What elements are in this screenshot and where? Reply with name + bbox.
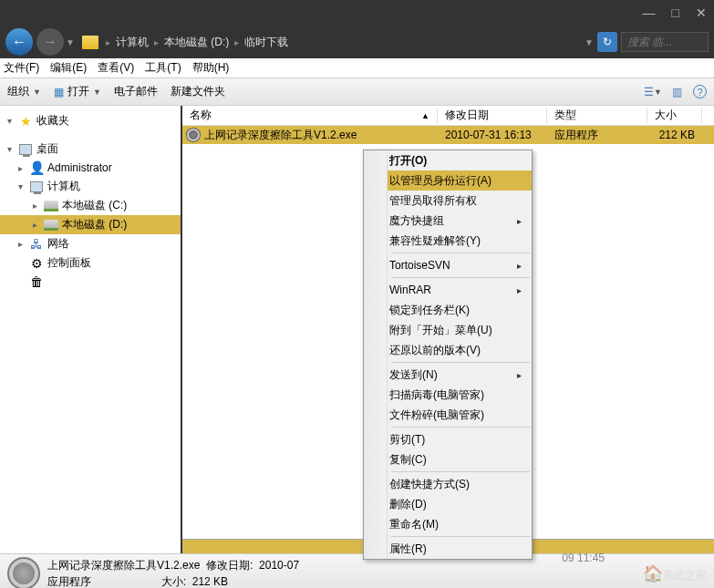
ctx-take-ownership[interactable]: 管理员取得所有权 (364, 191, 532, 211)
expand-icon[interactable]: ▸ (29, 201, 40, 211)
expand-icon[interactable]: ▸ (29, 220, 40, 230)
status-text: 上网记录深度擦除工具V1.2.exe 修改日期: 2010-07 应用程序 大小… (47, 557, 299, 589)
tree-label: 本地磁盘 (C:) (62, 198, 127, 213)
separator (391, 427, 530, 428)
ctx-tortoisesvn[interactable]: 🐢TortoiseSVN▸ (364, 255, 532, 275)
ctx-scan-virus[interactable]: ✓扫描病毒(电脑管家) (364, 385, 532, 405)
user-icon: 👤 (29, 160, 44, 175)
network-icon: 🖧 (29, 237, 44, 252)
sidebar-item-disk-c[interactable]: ▸ 本地磁盘 (C:) (0, 196, 181, 215)
context-menu: 打开(O) 🛡以管理员身份运行(A) 管理员取得所有权 ▦魔方快捷组▸ 兼容性疑… (363, 150, 533, 560)
collapse-icon[interactable]: ▾ (15, 181, 26, 191)
collapse-icon[interactable]: ▾ (4, 144, 15, 154)
history-dropdown-icon[interactable]: ▼ (66, 37, 75, 47)
menu-file[interactable]: 文件(F) (4, 60, 39, 76)
menu-view[interactable]: 查看(V) (98, 60, 134, 76)
status-bar: 上网记录深度擦除工具V1.2.exe 修改日期: 2010-07 应用程序 大小… (0, 553, 714, 588)
separator (391, 362, 530, 363)
column-header-date[interactable]: 修改日期 (438, 108, 547, 123)
disk-icon (44, 199, 58, 213)
chevron-right-icon: ▸ (154, 37, 159, 47)
chevron-down-icon[interactable]: ▼ (585, 37, 594, 47)
tree-label: Administrator (47, 161, 112, 174)
exe-icon (186, 128, 201, 142)
recycle-icon: 🗑 (29, 274, 44, 289)
close-button[interactable]: ✕ (696, 5, 707, 20)
menu-help[interactable]: 帮助(H) (192, 60, 230, 76)
column-headers: 名称▲ 修改日期 类型 大小 (182, 106, 714, 126)
breadcrumb-item[interactable]: 临时下载 (244, 35, 288, 50)
tree-label: 本地磁盘 (D:) (62, 217, 127, 232)
chevron-right-icon: ▸ (517, 285, 532, 295)
chevron-right-icon: ▸ (517, 370, 532, 380)
file-type: 应用程序 (547, 128, 647, 143)
watermark: 🏠系统之家 (643, 563, 707, 583)
help-icon[interactable]: ? (693, 85, 707, 98)
menu-tools[interactable]: 工具(T) (145, 60, 181, 76)
ctx-winrar[interactable]: 📚WinRAR▸ (364, 280, 532, 300)
tree-label: 桌面 (36, 141, 58, 157)
ctx-cut[interactable]: 剪切(T) (364, 429, 532, 449)
sidebar-item-computer[interactable]: ▾ 计算机 (0, 177, 181, 196)
back-button[interactable]: ← (5, 28, 33, 56)
ctx-compat[interactable]: 兼容性疑难解答(Y) (364, 231, 532, 251)
preview-pane-icon[interactable]: ▥ (669, 85, 684, 99)
ctx-shred[interactable]: ✕文件粉碎(电脑管家) (364, 405, 532, 425)
ctx-send-to[interactable]: 发送到(N)▸ (364, 365, 532, 385)
refresh-button[interactable]: ↻ (597, 32, 617, 52)
ctx-shortcut[interactable]: 创建快捷方式(S) (364, 474, 532, 494)
forward-button[interactable]: → (36, 28, 64, 56)
separator (391, 253, 530, 253)
navigation-bar: ← → ▼ ▸ 计算机 ▸ 本地磁盘 (D:) ▸ 临时下载 ▼ ↻ (0, 26, 714, 58)
collapse-icon[interactable]: ▾ (4, 116, 15, 126)
minimize-button[interactable]: — (643, 5, 656, 20)
column-header-size[interactable]: 大小 (647, 108, 702, 123)
file-row[interactable]: 上网记录深度擦除工具V1.2.exe 2010-07-31 16:13 应用程序… (182, 126, 714, 144)
organize-button[interactable]: 组织▼ (7, 84, 41, 99)
ctx-mofang[interactable]: ▦魔方快捷组▸ (364, 211, 532, 231)
tree-label: 控制面板 (47, 255, 91, 271)
chevron-right-icon: ▸ (517, 216, 532, 226)
view-options-icon[interactable]: ☰ ▼ (646, 85, 660, 99)
breadcrumb-item[interactable]: 计算机 (116, 35, 149, 50)
ctx-pin-start[interactable]: 附到「开始」菜单(U) (364, 320, 532, 340)
email-button[interactable]: 电子邮件 (114, 84, 158, 99)
separator (391, 536, 530, 537)
sidebar-item-disk-d[interactable]: ▸ 本地磁盘 (D:) (0, 215, 181, 234)
ctx-copy[interactable]: 复制(C) (364, 449, 532, 469)
sidebar-item-desktop[interactable]: ▾ 桌面 (0, 139, 181, 159)
open-button[interactable]: ▦打开▼ (54, 84, 101, 99)
ctx-open[interactable]: 打开(O) (364, 150, 532, 170)
sidebar-item-control-panel[interactable]: ⚙ 控制面板 (0, 253, 181, 273)
sidebar-item-administrator[interactable]: ▸ 👤 Administrator (0, 159, 181, 177)
star-icon: ★ (18, 114, 33, 129)
menu-edit[interactable]: 编辑(E) (50, 60, 87, 76)
ctx-restore-prev[interactable]: 还原以前的版本(V) (364, 340, 532, 360)
maximize-button[interactable]: □ (672, 5, 679, 20)
column-header-name[interactable]: 名称▲ (182, 108, 438, 123)
ctx-run-as-admin[interactable]: 🛡以管理员身份运行(A) (364, 170, 532, 191)
new-folder-button[interactable]: 新建文件夹 (171, 84, 225, 99)
sidebar-item-recycle[interactable]: 🗑 (0, 273, 181, 291)
ctx-delete[interactable]: 删除(D) (364, 494, 532, 514)
breadcrumb-item[interactable]: 本地磁盘 (D:) (164, 35, 229, 50)
ctx-rename[interactable]: 重命名(M) (364, 514, 532, 534)
folder-icon (82, 36, 98, 49)
disk-icon (44, 218, 58, 232)
ctx-pin-taskbar[interactable]: 锁定到任务栏(K) (364, 300, 532, 320)
ctx-properties[interactable]: 属性(R) (364, 539, 532, 559)
navigation-tree: ▾ ★ 收藏夹 ▾ 桌面 ▸ 👤 Administrator ▾ 计算机 ▸ (0, 106, 182, 553)
tree-label: 收藏夹 (36, 113, 69, 129)
breadcrumb[interactable]: ▸ 计算机 ▸ 本地磁盘 (D:) ▸ 临时下载 (106, 35, 583, 50)
file-date: 2010-07-31 16:13 (438, 129, 547, 141)
desktop-icon (18, 142, 33, 157)
column-header-type[interactable]: 类型 (547, 108, 647, 123)
sidebar-item-favorites[interactable]: ▾ ★ 收藏夹 (0, 111, 181, 130)
expand-icon[interactable]: ▸ (15, 163, 26, 173)
chevron-right-icon: ▸ (517, 261, 532, 271)
search-input[interactable] (621, 32, 709, 52)
file-size: 212 KB (647, 129, 702, 141)
sidebar-item-network[interactable]: ▸ 🖧 网络 (0, 234, 181, 253)
toolbar: 组织▼ ▦打开▼ 电子邮件 新建文件夹 ☰ ▼ ▥ ? (0, 78, 714, 106)
expand-icon[interactable]: ▸ (15, 239, 26, 249)
